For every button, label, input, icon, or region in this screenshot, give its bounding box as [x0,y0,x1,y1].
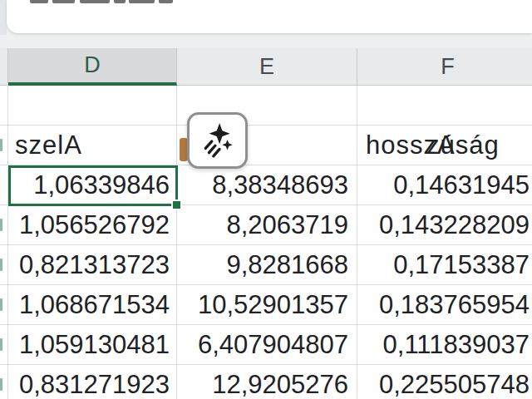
cut-cell[interactable] [0,245,8,285]
table-row: 0,831271923 12,9205276 0,225505748 [0,365,532,399]
cut-row-number-fragment [0,298,2,311]
cell-f[interactable]: 0,14631945 [357,165,532,205]
cell-e[interactable]: 8,2063719 [177,205,357,245]
cut-row-number-fragment [0,378,2,391]
cell-f[interactable]: 0,111839037 [357,325,532,365]
cut-row-number-fragment [0,338,2,351]
copilot-sparkle-icon [199,121,237,160]
sheet-grid: D E F [0,48,532,86]
cut-row-number-fragment [0,139,2,151]
truncated-text-fragment [129,0,155,3]
cell-d[interactable]: 1,059130481 [8,325,177,365]
cell-f[interactable]: 0,183765954 [357,285,532,325]
column-header-d[interactable]: D [8,48,177,86]
cell-d[interactable]: 0,821313723 [8,245,177,285]
partially-hidden-label: zúság [426,131,500,160]
cell-d[interactable]: 1,068671534 [8,285,177,325]
cell-d-label[interactable]: szelA [8,126,177,165]
cell-e[interactable]: 6,407904807 [177,325,357,365]
table-row: 1,059130481 6,407904807 0,111839037 [0,325,532,365]
cut-row-number-fragment [0,259,2,271]
cell-d[interactable]: 0,831271923 [8,365,177,399]
cut-cell[interactable] [0,126,8,165]
cut-cell[interactable] [0,325,8,365]
cell-e[interactable]: 10,52901357 [177,285,357,325]
empty-row [0,86,532,126]
cell-d[interactable]: 1,06339846 [8,165,177,205]
column-header-e[interactable]: E [177,48,357,86]
cell-f[interactable]: 0,225505748 [357,365,532,399]
cut-cell[interactable] [0,285,8,325]
cell-e[interactable]: 8,38348693 [177,165,357,205]
table-row: 1,068671534 10,52901357 0,183765954 [0,285,532,325]
column-header-cut[interactable] [0,48,8,86]
table-row: 1,056526792 8,2063719 0,143228209 [0,205,532,245]
truncated-text-fragment [80,0,110,3]
cell-e[interactable]: 9,8281668 [177,245,357,285]
column-header-f[interactable]: F [357,48,532,86]
cell-f[interactable] [357,86,532,126]
formula-bar[interactable] [7,0,532,33]
table-row: 1,06339846 8,38348693 0,14631945 [0,165,532,205]
copilot-button[interactable] [187,112,248,169]
cut-row-number-fragment [0,219,2,231]
cut-cell[interactable] [0,86,8,126]
cell-d[interactable]: 1,056526792 [8,205,177,245]
column-header-row: D E F [0,48,532,86]
label-row: szelA zúság hosszA [0,126,532,165]
cut-cell[interactable] [0,165,8,205]
cell-e[interactable]: 12,9205276 [177,365,357,399]
truncated-text-fragment [30,0,48,3]
cell-f[interactable]: 0,17153387 [357,245,532,285]
cell-f[interactable]: 0,143228209 [357,205,532,245]
window-left-edge [0,0,7,35]
sheet-rows: szelA zúság hosszA 1,06339846 8,38348693… [0,86,532,399]
cell-d[interactable] [8,86,177,126]
cut-cell[interactable] [0,365,8,399]
truncated-text-fragment [159,0,173,3]
cut-cell[interactable] [0,205,8,245]
truncated-text-fragment [114,0,126,3]
truncated-text-fragment [52,0,75,3]
table-row: 0,821313723 9,8281668 0,17153387 [0,245,532,285]
